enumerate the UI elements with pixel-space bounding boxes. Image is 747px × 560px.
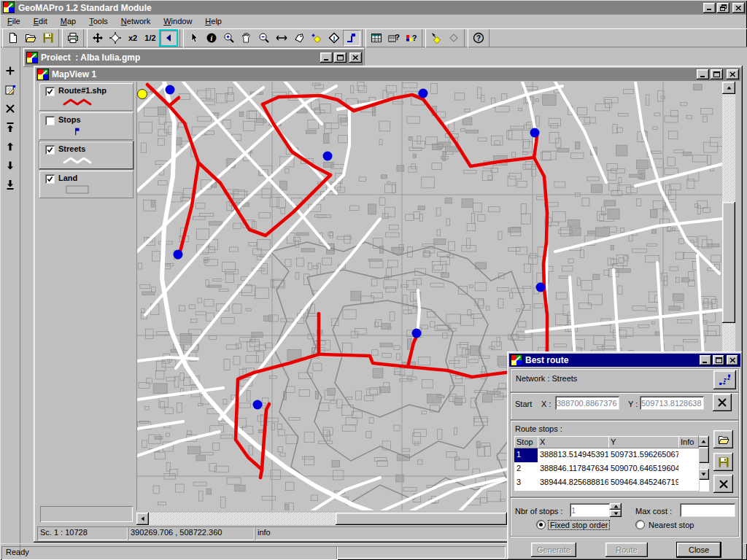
layer-checkbox[interactable] xyxy=(45,87,55,96)
close-button[interactable] xyxy=(732,3,745,13)
layer-item-land[interactable]: Land xyxy=(39,171,133,198)
nbr-spinner[interactable] xyxy=(610,503,622,517)
mapview-minimize-button[interactable] xyxy=(697,69,709,79)
table-cell[interactable]: 509070.646519604 xyxy=(608,462,681,478)
table-header-info[interactable]: Info xyxy=(678,436,699,448)
zoom-extent-icon[interactable] xyxy=(107,30,124,46)
validate-icon[interactable]: ! xyxy=(325,30,343,46)
fixed-stop-order-label[interactable]: Fixed stop order xyxy=(549,521,609,529)
new-icon[interactable] xyxy=(4,30,22,46)
table-cell[interactable]: 3 xyxy=(514,476,540,491)
layer-item-streets[interactable]: Streets xyxy=(39,141,133,169)
move-bottom-icon[interactable] xyxy=(1,176,19,193)
pan-hand-icon[interactable] xyxy=(238,30,255,46)
table-cell[interactable]: 388813.514945391 xyxy=(538,448,611,464)
nearest-stop-radio[interactable] xyxy=(635,520,645,529)
network-select-button[interactable] xyxy=(713,370,736,389)
layer-checkbox[interactable] xyxy=(45,145,55,155)
move-up-icon[interactable] xyxy=(1,138,19,155)
clear-start-button[interactable] xyxy=(713,394,732,411)
load-stops-button[interactable] xyxy=(713,430,733,448)
project-maximize-button[interactable] xyxy=(334,52,347,63)
table-header-y[interactable]: Y xyxy=(608,436,680,448)
select-node-icon[interactable] xyxy=(427,30,445,46)
restore-button[interactable] xyxy=(717,3,729,13)
scroll-left-button[interactable] xyxy=(136,513,149,525)
spinner-up-button[interactable] xyxy=(610,503,622,510)
remove-layer-icon[interactable] xyxy=(1,100,19,117)
dialog-minimize-button[interactable] xyxy=(700,355,711,365)
zoom-x2-button[interactable]: x2 xyxy=(124,30,142,46)
print-icon[interactable] xyxy=(64,30,82,46)
zoom-in-icon[interactable] xyxy=(220,30,238,46)
menu-edit[interactable]: Edit xyxy=(27,15,54,27)
menu-window[interactable]: Window xyxy=(157,15,198,27)
measure-icon[interactable] xyxy=(273,30,290,46)
minimize-button[interactable] xyxy=(703,3,716,13)
save-icon[interactable] xyxy=(39,30,57,46)
save-stops-button[interactable] xyxy=(713,453,733,471)
info-icon[interactable]: i xyxy=(203,30,220,46)
dialog-maximize-button[interactable] xyxy=(713,355,724,365)
add-node-icon[interactable] xyxy=(308,30,325,46)
project-minimize-button[interactable] xyxy=(320,52,333,63)
dialog-title-bar[interactable]: Best route xyxy=(509,354,740,367)
route-tool-icon[interactable] xyxy=(343,30,360,46)
add-layer-icon[interactable] xyxy=(1,62,19,79)
project-close-button[interactable] xyxy=(349,52,362,63)
menu-network[interactable]: Network xyxy=(115,15,157,27)
main-title-bar[interactable]: GeoMAPro 1.2 Standard Module xyxy=(1,1,746,15)
zoom-out-icon[interactable] xyxy=(255,30,273,46)
table-cell[interactable]: 389444.825688816 xyxy=(538,476,611,491)
layer-checkbox[interactable] xyxy=(45,174,55,184)
thematic-query-icon[interactable]: ? xyxy=(403,30,420,46)
table-cell[interactable] xyxy=(678,462,700,478)
table-cell[interactable]: 509731.596265067 xyxy=(608,448,681,464)
layer-item-route-1-shp[interactable]: Route#1.shp xyxy=(39,83,133,111)
horizontal-scroll-thumb[interactable] xyxy=(336,513,507,525)
table-cell[interactable]: 1 xyxy=(514,448,540,464)
pointer-icon[interactable] xyxy=(185,30,203,46)
spinner-down-button[interactable] xyxy=(610,510,622,517)
fixed-stop-order-radio[interactable] xyxy=(536,520,546,529)
layer-item-stops[interactable]: Stops xyxy=(39,112,133,140)
vertical-scroll-thumb[interactable] xyxy=(722,202,735,323)
table-cell[interactable] xyxy=(678,448,700,464)
dialog-close-button[interactable] xyxy=(727,355,738,365)
mapview-title-bar[interactable]: MapView 1 xyxy=(36,68,740,81)
table-header-x[interactable]: X xyxy=(538,436,610,448)
previous-view-icon[interactable] xyxy=(159,29,178,47)
menu-file[interactable]: File xyxy=(1,15,27,27)
table-cell[interactable]: 509464.845246719 xyxy=(608,476,681,491)
label-tag-icon[interactable] xyxy=(290,30,308,46)
nearest-stop-label[interactable]: Nearest stop xyxy=(649,521,694,529)
table-query-icon[interactable]: ? xyxy=(385,30,403,46)
move-top-icon[interactable] xyxy=(1,119,19,136)
table-cell[interactable]: 2 xyxy=(514,462,540,478)
table-scroll-up-button[interactable] xyxy=(697,436,709,447)
start-x-input[interactable] xyxy=(555,396,619,410)
table-cell[interactable]: 388846.117847634 xyxy=(538,462,611,478)
project-title-bar[interactable]: Proiect : Alba Iulia.gmp xyxy=(25,50,363,66)
pan-extent-icon[interactable] xyxy=(89,30,107,46)
table-icon[interactable] xyxy=(368,30,385,46)
move-down-icon[interactable] xyxy=(1,157,19,174)
menu-tools[interactable]: Tools xyxy=(82,15,115,27)
layer-properties-icon[interactable] xyxy=(1,81,19,98)
menu-map[interactable]: Map xyxy=(54,15,82,27)
generate-button[interactable]: Generate xyxy=(531,542,576,557)
start-y-input[interactable] xyxy=(640,396,704,410)
route-stops-table[interactable]: StopXYInfo1388813.514945391509731.596265… xyxy=(514,436,709,491)
help-icon[interactable]: ? xyxy=(470,30,487,46)
close-button-dialog[interactable]: Close xyxy=(677,542,721,557)
open-icon[interactable] xyxy=(22,30,39,46)
route-button[interactable]: Route xyxy=(605,542,648,557)
scroll-up-button[interactable] xyxy=(722,82,735,94)
clear-stops-button[interactable] xyxy=(713,475,733,493)
menu-help[interactable]: Help xyxy=(198,15,228,27)
max-cost-input[interactable] xyxy=(680,503,735,517)
mapview-maximize-button[interactable] xyxy=(711,69,723,79)
node-icon[interactable] xyxy=(445,30,462,46)
mapview-close-button[interactable] xyxy=(727,69,739,79)
table-header-stop[interactable]: Stop xyxy=(514,436,539,448)
